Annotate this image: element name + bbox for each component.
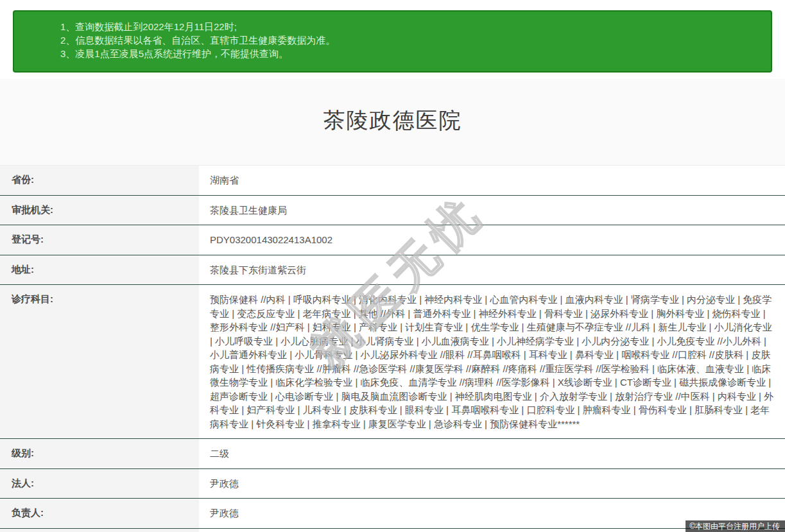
table-row: 级别: 二级 (0, 439, 785, 469)
notice-box: 1、查询数据截止到2022年12月11日22时; 2、信息数据结果以各省、自治区… (13, 10, 772, 73)
table-row: 执业许可证有效期: 2019/11/19 -至- 2034/11/18 (0, 529, 785, 532)
row-label: 诊疗科目: (0, 285, 199, 438)
info-table: 省份: 湖南省 审批机关: 茶陵县卫生健康局 登记号: PDY032001430… (0, 166, 785, 532)
row-label: 法人: (0, 469, 199, 499)
table-row: 登记号: PDY03200143022413A1002 (0, 225, 785, 255)
notice-item: 3、凌晨1点至凌晨5点系统进行维护，不能提供查询。 (60, 47, 758, 60)
table-row: 地址: 茶陵县下东街道紫云街 (0, 255, 785, 286)
copyright-badge: ©本图由平台注册用户上传 (686, 520, 785, 532)
row-label: 负责人: (0, 499, 199, 528)
row-label: 登记号: (0, 225, 199, 255)
row-label: 省份: (0, 166, 199, 195)
notice-item: 1、查询数据截止到2022年12月11日22时; (60, 20, 758, 33)
row-value: 茶陵县卫生健康局 (199, 196, 785, 225)
table-row: 法人: 尹政德 (0, 469, 785, 499)
notice-item: 2、信息数据结果以各省、自治区、直辖市卫生健康委数据为准。 (60, 33, 758, 47)
page-header: 茶陵政德医院 (0, 79, 785, 166)
table-row: 诊疗科目: 预防保健科 //内科 | 呼吸内科专业 | 消化内科专业 | 神经内… (0, 285, 785, 439)
row-value: 预防保健科 //内科 | 呼吸内科专业 | 消化内科专业 | 神经内科专业 | … (199, 285, 785, 438)
row-value: PDY03200143022413A1002 (199, 225, 785, 255)
notice-list: 1、查询数据截止到2022年12月11日22时; 2、信息数据结果以各省、自治区… (60, 20, 758, 60)
row-value: 尹政德 (199, 469, 785, 499)
row-label: 地址: (0, 255, 199, 285)
row-label: 执业许可证有效期: (0, 529, 199, 532)
table-row: 负责人: 尹政德 (0, 499, 785, 529)
row-label: 审批机关: (0, 196, 199, 225)
row-value: 二级 (199, 439, 785, 468)
row-value: 湖南省 (199, 166, 785, 195)
table-row: 审批机关: 茶陵县卫生健康局 (0, 196, 785, 226)
table-row: 省份: 湖南省 (0, 166, 785, 196)
page-title: 茶陵政德医院 (0, 106, 785, 135)
row-value: 茶陵县下东街道紫云街 (199, 255, 785, 285)
row-label: 级别: (0, 439, 199, 468)
